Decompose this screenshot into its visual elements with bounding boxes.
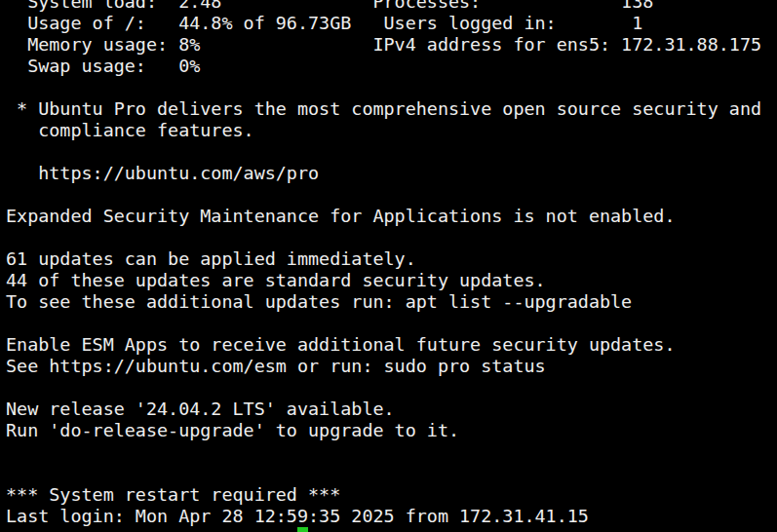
terminal-cursor [297, 527, 308, 532]
terminal-output: System load: 2.48 Processes: 138 Usage o… [6, 0, 761, 527]
terminal-screen[interactable]: System load: 2.48 Processes: 138 Usage o… [0, 0, 777, 532]
